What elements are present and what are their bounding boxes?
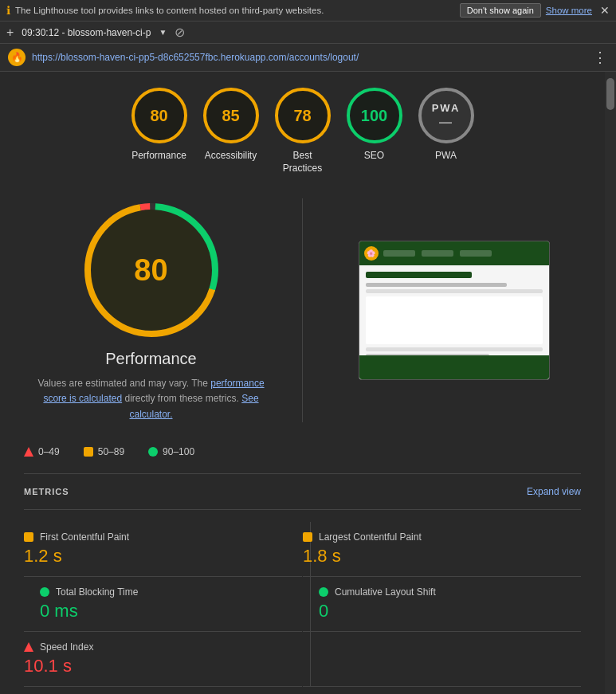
divider-2 xyxy=(24,509,581,510)
nav-item-2 xyxy=(422,250,453,257)
tbt-label-row: Total Blocking Time xyxy=(40,586,302,598)
legend-average-range: 50–89 xyxy=(98,446,124,457)
legend-row: 0–49 50–89 90–100 xyxy=(24,446,581,457)
content-bar-2 xyxy=(366,283,508,287)
content-bar-1 xyxy=(366,272,472,278)
section-divider xyxy=(302,198,303,422)
pwa-score: PWA — xyxy=(432,102,461,130)
fcp-indicator xyxy=(24,532,33,542)
legend-fail-range: 0–49 xyxy=(38,446,60,457)
perf-left: 80 Performance Values are estimated and … xyxy=(24,198,278,422)
perf-right: 🌸 xyxy=(327,198,581,422)
nav-item-1 xyxy=(383,250,415,257)
score-best-practices[interactable]: 78 Best Practices xyxy=(275,88,331,174)
content-bar-4 xyxy=(366,347,543,351)
accessibility-circle: 85 xyxy=(203,88,259,143)
tbt-indicator xyxy=(40,587,49,597)
expand-view-button[interactable]: Expand view xyxy=(527,486,581,497)
metric-si: Speed Index 10.1 s xyxy=(24,632,302,687)
scrollbar-thumb[interactable] xyxy=(606,78,614,110)
scores-row: 80 Performance 85 Accessibility 78 Best … xyxy=(24,88,581,174)
performance-section: 80 Performance Values are estimated and … xyxy=(24,198,581,422)
legend-pass-icon xyxy=(148,447,158,457)
add-tab-button[interactable]: + xyxy=(6,25,14,40)
best-practices-score: 78 xyxy=(293,107,311,125)
score-seo[interactable]: 100 SEO xyxy=(347,88,402,174)
metrics-title: METRICS xyxy=(24,487,69,496)
main-wrapper: 80 Performance 85 Accessibility 78 Best … xyxy=(0,72,616,694)
lcp-indicator xyxy=(303,532,312,542)
legend-pass-range: 90–100 xyxy=(163,446,194,457)
info-icon: ℹ xyxy=(6,4,10,17)
lcp-value: 1.8 s xyxy=(303,546,565,567)
cls-indicator xyxy=(319,587,328,597)
fcp-label: First Contentful Paint xyxy=(40,531,129,543)
pwa-label: PWA xyxy=(435,150,457,163)
score-performance[interactable]: 80 Performance xyxy=(131,88,187,174)
screenshot-nav xyxy=(383,250,492,257)
legend-average-icon xyxy=(84,447,93,457)
metric-fcp: First Contentful Paint 1.2 s xyxy=(24,522,302,577)
cls-value: 0 xyxy=(319,601,581,621)
tab-bar: + 09:30:12 - blossom-haven-ci-p ▼ ⊘ xyxy=(0,22,616,44)
legend-average: 50–89 xyxy=(84,446,124,457)
url-text[interactable]: https://blossom-haven-ci-pp5-d8c652557fb… xyxy=(32,52,587,63)
si-indicator xyxy=(24,642,33,652)
performance-label: Performance xyxy=(131,150,186,163)
tbt-label: Total Blocking Time xyxy=(56,586,138,598)
screenshot-white-box xyxy=(366,296,543,344)
si-value: 10.1 s xyxy=(24,656,286,676)
seo-label: SEO xyxy=(364,150,384,163)
favicon: 🔥 xyxy=(8,49,26,66)
show-more-link[interactable]: Show more xyxy=(546,6,592,15)
screenshot-footer xyxy=(359,355,549,379)
screenshot-inner: 🌸 xyxy=(359,241,549,379)
score-pwa[interactable]: PWA — PWA xyxy=(418,88,474,174)
perf-section-title: Performance xyxy=(105,350,197,368)
content-bar-3 xyxy=(366,289,543,293)
screenshot-header: 🌸 xyxy=(359,241,549,265)
stop-icon[interactable]: ⊘ xyxy=(175,25,185,40)
seo-circle: 100 xyxy=(347,88,402,143)
nav-item-3 xyxy=(460,250,492,257)
screenshot-logo: 🌸 xyxy=(364,246,379,261)
metric-lcp: Largest Contentful Paint 1.8 s xyxy=(303,522,581,577)
performance-circle: 80 xyxy=(131,88,187,143)
best-practices-label: Best Practices xyxy=(283,150,322,174)
legend-fail: 0–49 xyxy=(24,446,60,457)
lcp-label: Largest Contentful Paint xyxy=(319,531,422,543)
notification-bar: ℹ The Lighthouse tool provides links to … xyxy=(0,0,616,22)
lcp-label-row: Largest Contentful Paint xyxy=(303,531,565,543)
divider-1 xyxy=(24,473,581,474)
tab-dropdown-icon[interactable]: ▼ xyxy=(159,28,167,37)
url-menu-icon[interactable]: ⋮ xyxy=(593,49,608,66)
close-icon[interactable]: ✕ xyxy=(600,4,610,17)
large-score-number: 80 xyxy=(134,253,167,288)
si-label-row: Speed Index xyxy=(24,641,286,653)
screenshot-preview: 🌸 xyxy=(359,241,550,380)
metric-empty xyxy=(303,632,581,687)
perf-description: Values are estimated and may vary. The p… xyxy=(28,376,275,422)
metric-tbt: Total Blocking Time 0 ms xyxy=(24,577,302,632)
score-accessibility[interactable]: 85 Accessibility xyxy=(203,88,259,174)
notification-text: The Lighthouse tool provides links to co… xyxy=(15,6,455,15)
best-practices-circle: 78 xyxy=(275,88,331,143)
fcp-label-row: First Contentful Paint xyxy=(24,531,286,543)
si-label: Speed Index xyxy=(40,641,93,653)
perf-desc-start: Values are estimated and may vary. The xyxy=(37,378,207,389)
dont-show-button[interactable]: Don't show again xyxy=(460,3,541,18)
main-content: 80 Performance 85 Accessibility 78 Best … xyxy=(0,72,605,694)
large-circle-wrapper: 80 xyxy=(80,198,223,342)
metrics-grid: First Contentful Paint 1.2 s Largest Con… xyxy=(24,522,581,687)
perf-desc-middle: directly from these metrics. xyxy=(124,393,238,404)
tbt-value: 0 ms xyxy=(40,601,302,621)
seo-score: 100 xyxy=(361,107,387,125)
cls-label-row: Cumulative Layout Shift xyxy=(319,586,581,598)
performance-score: 80 xyxy=(150,107,167,125)
scrollbar[interactable] xyxy=(605,72,616,694)
legend-fail-icon xyxy=(24,447,33,457)
metrics-header: METRICS Expand view xyxy=(24,486,581,497)
fcp-value: 1.2 s xyxy=(24,546,286,567)
pwa-circle: PWA — xyxy=(418,88,474,143)
metric-cls: Cumulative Layout Shift 0 xyxy=(303,577,581,632)
